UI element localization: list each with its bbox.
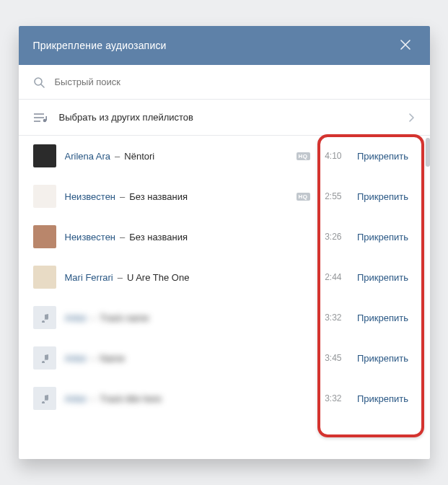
track-duration: 3:45: [319, 353, 342, 363]
track-text: Artist–Name: [65, 353, 310, 364]
hq-badge: HQ: [297, 152, 310, 160]
track-row[interactable]: Неизвестен–Без названияHQ2:55Прикрепить: [19, 176, 430, 217]
track-title: Track title here: [100, 393, 162, 404]
track-duration: 2:55: [319, 191, 342, 201]
chevron-right-icon: [407, 113, 416, 122]
track-duration: 3:32: [319, 393, 342, 403]
track-artist[interactable]: Artist: [65, 393, 87, 404]
track-list[interactable]: Arilena Ara–NëntoriHQ4:10ПрикрепитьНеизв…: [19, 136, 430, 459]
track-artist[interactable]: Mari Ferrari: [65, 272, 113, 283]
track-duration: 3:26: [319, 232, 342, 242]
playlist-icon: [33, 113, 48, 123]
track-title: Nëntori: [124, 151, 154, 162]
attach-button[interactable]: Прикрепить: [351, 393, 416, 404]
track-row[interactable]: Artist–Name3:45Прикрепить: [19, 338, 430, 378]
track-thumbnail: [33, 225, 56, 248]
track-text: Mari Ferrari–U Are The One: [65, 272, 310, 283]
track-thumbnail: [33, 144, 56, 167]
track-title: Без названия: [129, 232, 188, 242]
track-duration: 3:32: [319, 313, 342, 323]
attach-button[interactable]: Прикрепить: [351, 191, 416, 202]
track-text: Неизвестен–Без названия: [65, 232, 310, 242]
track-title: Track name: [100, 313, 149, 323]
track-artist[interactable]: Artist: [65, 313, 87, 323]
attach-button[interactable]: Прикрепить: [351, 353, 416, 364]
track-duration: 4:10: [319, 151, 342, 161]
close-button[interactable]: [395, 35, 416, 56]
track-artist[interactable]: Artist: [65, 353, 87, 364]
track-row[interactable]: Arilena Ara–NëntoriHQ4:10Прикрепить: [19, 136, 430, 176]
track-text: Artist–Track name: [65, 313, 310, 323]
track-thumbnail: [33, 346, 56, 370]
track-row[interactable]: Mari Ferrari–U Are The One2:44Прикрепить: [19, 257, 430, 297]
modal-header: Прикрепление аудиозаписи: [19, 26, 430, 65]
track-artist[interactable]: Неизвестен: [65, 232, 116, 242]
track-row[interactable]: Artist–Track name3:32Прикрепить: [19, 297, 430, 338]
track-row[interactable]: Неизвестен–Без названия3:26Прикрепить: [19, 217, 430, 257]
track-text: Неизвестен–Без названия: [65, 191, 288, 202]
modal-title: Прикрепление аудиозаписи: [33, 40, 395, 51]
track-text: Arilena Ara–Nëntori: [65, 151, 288, 162]
search-bar: [19, 65, 430, 100]
search-input[interactable]: [55, 77, 416, 87]
track-thumbnail: [33, 266, 56, 289]
search-icon: [33, 77, 45, 88]
attach-button[interactable]: Прикрепить: [351, 232, 416, 242]
select-playlists-label: Выбрать из других плейлистов: [59, 112, 395, 123]
track-title: Name: [100, 353, 125, 364]
svg-line-1: [41, 84, 44, 87]
close-icon: [400, 40, 410, 52]
attach-button[interactable]: Прикрепить: [351, 272, 416, 283]
track-artist[interactable]: Arilena Ara: [65, 151, 111, 162]
select-other-playlists[interactable]: Выбрать из других плейлистов: [19, 100, 430, 136]
attach-audio-modal: Прикрепление аудиозаписи Выбрать из друг…: [19, 26, 430, 459]
track-text: Artist–Track title here: [65, 393, 310, 404]
track-title: Без названия: [129, 191, 188, 202]
hq-badge: HQ: [297, 193, 310, 201]
track-thumbnail: [33, 387, 56, 410]
attach-button[interactable]: Прикрепить: [351, 151, 416, 162]
track-thumbnail: [33, 185, 56, 208]
track-duration: 2:44: [319, 272, 342, 282]
track-artist[interactable]: Неизвестен: [65, 191, 116, 202]
track-thumbnail: [33, 306, 56, 329]
scrollbar-thumb[interactable]: [426, 138, 430, 167]
track-row[interactable]: Artist–Track title here3:32Прикрепить: [19, 378, 430, 419]
track-title: U Are The One: [127, 272, 189, 283]
attach-button[interactable]: Прикрепить: [351, 313, 416, 323]
